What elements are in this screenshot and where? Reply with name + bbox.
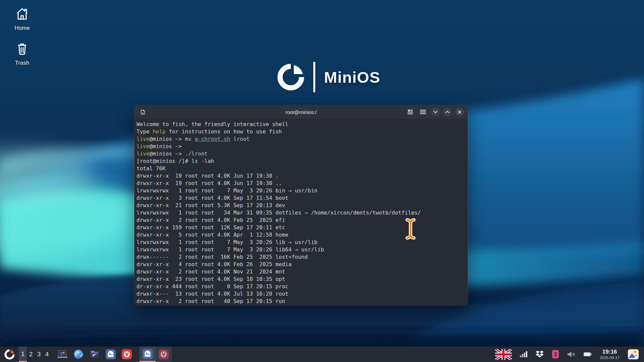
task-ghostty[interactable] [140,347,156,362]
volume-muted-icon[interactable] [567,351,576,358]
running-apps [140,347,172,362]
vivaldi-icon [121,349,132,360]
desktop-icon-area: Home Trash [6,6,38,76]
terminal-line: total 76K [137,165,468,172]
system-tray: 19:16 2025-09-17 [495,347,644,362]
battery-icon [583,352,592,357]
desktop-icon-trash[interactable]: Trash [6,41,38,66]
titlebar-actions [406,107,464,117]
trash-icon [14,41,30,57]
desktop-icon-home[interactable]: Home [6,6,38,32]
taskbar-left: 1234 [0,347,172,362]
maximize-button[interactable] [443,108,452,116]
terminal-line: lrwxrwxrwx 1 root root 7 May 3 20:26 bin… [137,187,468,194]
terminal-line: drwxr-xr-x 5 root root 4.0K Apr 1 12:58 … [137,231,468,239]
desktop-icon-home-label: Home [14,25,30,32]
pinned-app-file-manager[interactable] [87,347,103,362]
close-button[interactable] [455,108,464,116]
terminal-line: drwxr-xr-x 2 root root 4.0K Feb 25 2025 … [137,217,468,224]
terminal-line: drwxr-xr-x 3 root root 4.0K Sep 17 11:54… [137,194,468,202]
taskbar: 1234 [0,346,644,362]
dropbox-icon [535,350,544,358]
watermark-text: MiniOS [324,68,380,86]
menu-icon [420,109,426,115]
terminal-line: drwxr-xr-x 19 root root 4.0K Jun 17 19:3… [137,172,468,180]
minios-logo-icon [277,63,305,91]
terminal-line: drwxr-xr-x 4 root root 4.0K Feb 26 2025 … [137,261,468,268]
maximize-icon [445,111,449,113]
clock[interactable]: 19:16 2025-09-17 [600,349,620,360]
workspace-button-1[interactable]: 1 [19,347,27,362]
terminal-window: root@minios:/ [134,105,468,306]
terminal-line: live@minios ~> mv a-chroot.sh lroot [137,135,468,143]
terminal-line: drwxr-xr-x 2 root root 4.0K Nov 21 2024 … [137,268,468,276]
desktop-icon-trash-label: Trash [15,60,30,66]
uk-flag-icon [495,349,512,360]
terminal-line: lrwxrwxrwx 1 root root 7 May 3 20:26 lib… [137,239,468,246]
terminal-line: drwxr-xr-x 159 root root 12K Sep 17 20:1… [137,224,468,231]
terminal-line: Welcome to fish, the friendly interactiv… [137,121,468,128]
terminal-titlebar[interactable]: root@minios:/ [134,105,468,119]
terminal-line: drwxr-xr-x 21 root root 5.3K Sep 17 20:1… [137,202,468,209]
new-tab-button[interactable] [138,108,147,116]
terminal-line: Type help for instructions on how to use… [137,128,468,135]
new-tab-icon [140,109,146,115]
layout-grid-button[interactable] [406,107,415,117]
task-vivaldi[interactable] [156,347,172,362]
terminal-line: lrwxrwxrwx 1 root root 34 Mar 31 09:35 d… [137,209,468,217]
keyboard-layout-gb-flag-icon[interactable] [495,349,512,360]
home-icon [14,6,30,22]
minimize-button[interactable] [431,108,440,116]
layout-grid-icon [407,109,413,115]
terminal-line: drwxr-xr-x 19 root root 4.0K Jun 17 19:3… [137,180,468,187]
terminal-line: live@minios ~> [137,143,468,150]
clock-time: 19:16 [600,349,620,355]
close-icon [458,110,462,114]
globe-browser-icon [73,349,84,360]
workspace-button-3[interactable]: 3 [35,347,43,362]
menu-button[interactable] [418,107,428,117]
clock-date: 2025-09-17 [600,356,620,360]
workspace-button-4[interactable]: 4 [43,347,51,362]
dropbox-icon[interactable] [535,350,544,358]
workspace-button-2[interactable]: 2 [27,347,35,362]
terminal-line: drwxr-xr-x 2 root root 40 Sep 17 20:15 r… [137,298,468,305]
vivaldi-inactive-icon [158,349,169,360]
dolphin-file-manager-icon [89,349,100,360]
app-launcher-button[interactable] [0,347,19,362]
terminal-line: drwxr-x--- 13 root root 4.0K Jul 13 16:2… [137,290,468,298]
terminal-line: lrwxrwxrwx 1 root root 7 May 3 20:26 lib… [137,246,468,253]
terminal-line: drwx------ 2 root root 16K Feb 25 2025 l… [137,253,468,261]
bluetooth-icon[interactable] [552,350,559,359]
battery-icon[interactable] [583,352,592,357]
minios-menu-icon [4,349,15,360]
ghostty-icon [105,349,116,360]
pinned-app-ghostty[interactable] [103,347,119,362]
pinned-app-web-browser[interactable] [70,347,87,362]
terminal-line: drwxr-xr-x 23 root root 4.0K Sep 10 10:3… [137,276,468,283]
workspace-switcher: 1234 [19,347,51,362]
minios-watermark: MiniOS [277,62,380,93]
ghostty-icon [142,348,153,360]
wallpaper-image-icon [627,348,639,360]
wallpaper-switcher-button[interactable] [627,348,639,360]
desktop: Home Trash MiniOS [0,0,644,362]
speaker-muted-icon [567,351,576,358]
pinned-app-settings[interactable] [54,347,70,362]
bluetooth-icon [552,350,559,359]
pinned-app-vivaldi[interactable] [119,347,135,362]
watermark-divider [313,62,315,93]
terminal-line: [root@minios /]# ls -lah [137,158,468,165]
signal-bars-icon [520,351,528,358]
terminal-output[interactable]: Welcome to fish, the friendly interactiv… [134,119,468,306]
settings-icon [57,349,68,360]
terminal-line: live@minios ~> ./lroot [137,150,468,158]
terminal-line: dr-xr-xr-x 444 root root 0 Sep 17 20:15 … [137,283,468,290]
network-signal-icon[interactable] [520,351,528,358]
minimize-icon [433,111,437,113]
